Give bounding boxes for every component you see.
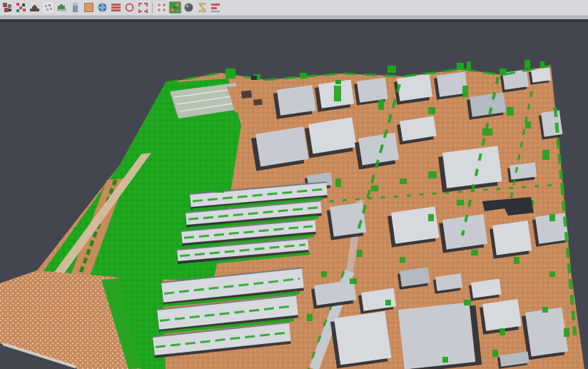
main-toolbar — [0, 0, 588, 16]
layers-icon — [111, 2, 121, 13]
sparse-points-icon — [43, 2, 54, 13]
toolbar-separator — [152, 3, 153, 13]
app-window — [0, 0, 588, 369]
hourglass-icon — [197, 2, 208, 13]
grid-button[interactable] — [156, 1, 168, 14]
hill-button[interactable] — [29, 1, 41, 14]
classification-button[interactable] — [169, 1, 181, 14]
circle-select-button[interactable] — [123, 1, 136, 14]
globe-button[interactable] — [96, 1, 108, 14]
orthophoto-button[interactable] — [83, 1, 95, 14]
pick-points-icon — [16, 2, 26, 13]
profile-column-icon — [70, 2, 81, 13]
dem-button[interactable] — [56, 1, 68, 14]
dem-icon — [56, 2, 67, 13]
crop-icon — [138, 2, 148, 13]
viewport-3d[interactable] — [0, 22, 588, 369]
circle-select-icon — [124, 2, 135, 13]
stats-icon — [211, 2, 221, 13]
sphere-button[interactable] — [183, 1, 195, 14]
orthophoto-icon — [83, 2, 94, 13]
grid-icon — [156, 2, 167, 13]
sparse-points-button[interactable] — [42, 1, 54, 14]
globe-icon — [97, 2, 108, 13]
crop-button[interactable] — [137, 1, 149, 14]
point-cloud-button[interactable] — [1, 1, 14, 14]
scene-canvas — [0, 22, 588, 369]
point-cloud-icon — [2, 2, 13, 13]
hourglass-button[interactable] — [196, 1, 208, 14]
classification-icon — [170, 2, 181, 13]
hill-icon — [29, 2, 40, 13]
layers-button[interactable] — [110, 1, 122, 14]
stats-button[interactable] — [210, 1, 222, 14]
profile-column-button[interactable] — [69, 1, 81, 14]
pick-points-button[interactable] — [15, 1, 27, 14]
sphere-icon — [183, 2, 194, 13]
